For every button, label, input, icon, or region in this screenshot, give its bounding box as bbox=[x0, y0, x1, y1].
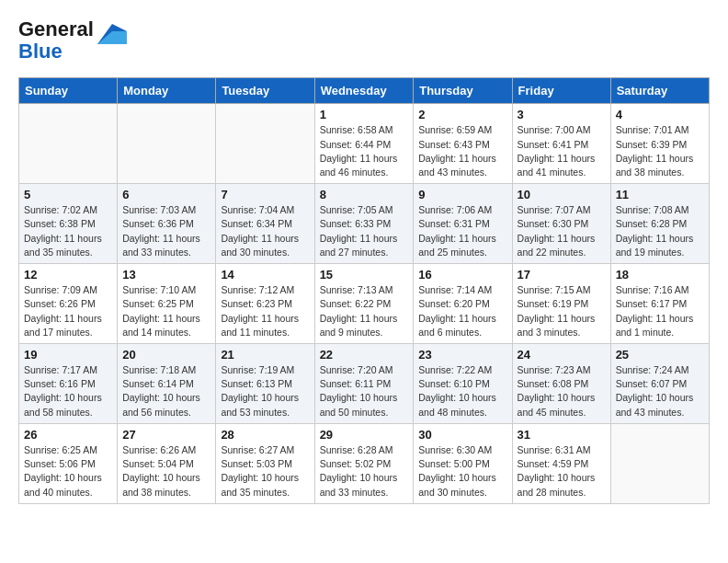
day-number: 25 bbox=[616, 348, 704, 362]
day-info: Sunrise: 7:14 AM Sunset: 6:20 PM Dayligh… bbox=[418, 283, 506, 339]
logo-icon bbox=[97, 24, 127, 44]
day-info: Sunrise: 7:16 AM Sunset: 6:17 PM Dayligh… bbox=[616, 283, 704, 339]
day-number: 24 bbox=[518, 348, 606, 362]
calendar-cell: 5Sunrise: 7:02 AM Sunset: 6:38 PM Daylig… bbox=[19, 184, 118, 264]
day-number: 12 bbox=[24, 268, 112, 282]
calendar-cell: 25Sunrise: 7:24 AM Sunset: 6:07 PM Dayli… bbox=[610, 344, 709, 424]
day-number: 9 bbox=[418, 188, 506, 201]
day-header-sunday: Sunday bbox=[19, 78, 118, 104]
day-header-thursday: Thursday bbox=[414, 78, 512, 104]
logo: General Blue bbox=[18, 18, 127, 63]
day-number: 11 bbox=[616, 188, 704, 201]
calendar-cell: 24Sunrise: 7:23 AM Sunset: 6:08 PM Dayli… bbox=[512, 344, 610, 424]
calendar-header-row: SundayMondayTuesdayWednesdayThursdayFrid… bbox=[19, 78, 710, 104]
day-info: Sunrise: 7:00 AM Sunset: 6:41 PM Dayligh… bbox=[518, 123, 606, 179]
calendar-cell: 27Sunrise: 6:26 AM Sunset: 5:04 PM Dayli… bbox=[118, 423, 216, 503]
logo-general: General bbox=[18, 17, 94, 40]
calendar-cell: 19Sunrise: 7:17 AM Sunset: 6:16 PM Dayli… bbox=[19, 344, 118, 424]
calendar-cell: 23Sunrise: 7:22 AM Sunset: 6:10 PM Dayli… bbox=[414, 344, 512, 424]
day-info: Sunrise: 7:08 AM Sunset: 6:28 PM Dayligh… bbox=[616, 203, 704, 259]
calendar-week-4: 19Sunrise: 7:17 AM Sunset: 6:16 PM Dayli… bbox=[19, 344, 710, 424]
day-number: 1 bbox=[320, 108, 409, 121]
day-number: 21 bbox=[221, 348, 309, 362]
day-info: Sunrise: 7:06 AM Sunset: 6:31 PM Dayligh… bbox=[418, 203, 506, 259]
day-number: 15 bbox=[320, 268, 409, 282]
day-number: 20 bbox=[122, 348, 210, 362]
day-number: 16 bbox=[418, 268, 506, 282]
day-number: 22 bbox=[320, 348, 409, 362]
day-number: 3 bbox=[518, 108, 606, 121]
calendar-cell: 4Sunrise: 7:01 AM Sunset: 6:39 PM Daylig… bbox=[610, 104, 709, 184]
calendar-cell: 12Sunrise: 7:09 AM Sunset: 6:26 PM Dayli… bbox=[19, 264, 118, 344]
day-info: Sunrise: 6:28 AM Sunset: 5:02 PM Dayligh… bbox=[320, 443, 409, 500]
calendar-cell bbox=[610, 423, 709, 503]
calendar-cell: 6Sunrise: 7:03 AM Sunset: 6:36 PM Daylig… bbox=[118, 184, 216, 264]
calendar-cell: 7Sunrise: 7:04 AM Sunset: 6:34 PM Daylig… bbox=[216, 184, 314, 264]
day-info: Sunrise: 7:17 AM Sunset: 6:16 PM Dayligh… bbox=[24, 363, 112, 419]
calendar-cell: 30Sunrise: 6:30 AM Sunset: 5:00 PM Dayli… bbox=[414, 423, 512, 503]
day-number: 28 bbox=[221, 428, 309, 442]
day-info: Sunrise: 7:02 AM Sunset: 6:38 PM Dayligh… bbox=[24, 203, 112, 259]
day-info: Sunrise: 6:59 AM Sunset: 6:43 PM Dayligh… bbox=[418, 123, 506, 179]
calendar-cell: 26Sunrise: 6:25 AM Sunset: 5:06 PM Dayli… bbox=[19, 423, 118, 503]
calendar-cell: 20Sunrise: 7:18 AM Sunset: 6:14 PM Dayli… bbox=[118, 344, 216, 424]
logo-blue: Blue bbox=[18, 40, 63, 63]
calendar-cell: 18Sunrise: 7:16 AM Sunset: 6:17 PM Dayli… bbox=[610, 264, 709, 344]
calendar-week-5: 26Sunrise: 6:25 AM Sunset: 5:06 PM Dayli… bbox=[19, 423, 710, 503]
calendar-cell: 8Sunrise: 7:05 AM Sunset: 6:33 PM Daylig… bbox=[314, 184, 414, 264]
day-info: Sunrise: 7:10 AM Sunset: 6:25 PM Dayligh… bbox=[122, 283, 210, 339]
calendar-cell: 15Sunrise: 7:13 AM Sunset: 6:22 PM Dayli… bbox=[314, 264, 414, 344]
day-number: 18 bbox=[616, 268, 704, 282]
calendar-cell: 3Sunrise: 7:00 AM Sunset: 6:41 PM Daylig… bbox=[512, 104, 610, 184]
day-number: 29 bbox=[320, 428, 409, 442]
calendar-cell bbox=[118, 104, 216, 184]
calendar-cell: 17Sunrise: 7:15 AM Sunset: 6:19 PM Dayli… bbox=[512, 264, 610, 344]
calendar-cell: 11Sunrise: 7:08 AM Sunset: 6:28 PM Dayli… bbox=[610, 184, 709, 264]
calendar-cell: 9Sunrise: 7:06 AM Sunset: 6:31 PM Daylig… bbox=[414, 184, 512, 264]
day-number: 4 bbox=[616, 108, 704, 121]
calendar-cell: 14Sunrise: 7:12 AM Sunset: 6:23 PM Dayli… bbox=[216, 264, 314, 344]
day-info: Sunrise: 6:58 AM Sunset: 6:44 PM Dayligh… bbox=[320, 123, 409, 179]
day-info: Sunrise: 7:19 AM Sunset: 6:13 PM Dayligh… bbox=[221, 363, 309, 419]
calendar-cell: 31Sunrise: 6:31 AM Sunset: 4:59 PM Dayli… bbox=[512, 423, 610, 503]
day-number: 13 bbox=[122, 268, 210, 282]
calendar-cell: 1Sunrise: 6:58 AM Sunset: 6:44 PM Daylig… bbox=[314, 104, 414, 184]
day-number: 27 bbox=[122, 428, 210, 442]
day-info: Sunrise: 7:13 AM Sunset: 6:22 PM Dayligh… bbox=[320, 283, 409, 339]
calendar-cell bbox=[216, 104, 314, 184]
day-header-saturday: Saturday bbox=[610, 78, 709, 104]
day-number: 8 bbox=[320, 188, 409, 201]
page-header: General Blue bbox=[18, 18, 710, 63]
svg-marker-1 bbox=[97, 31, 127, 44]
calendar-week-1: 1Sunrise: 6:58 AM Sunset: 6:44 PM Daylig… bbox=[19, 104, 710, 184]
day-number: 7 bbox=[221, 188, 309, 201]
day-number: 2 bbox=[418, 108, 506, 121]
day-info: Sunrise: 7:20 AM Sunset: 6:11 PM Dayligh… bbox=[320, 363, 409, 419]
calendar-week-3: 12Sunrise: 7:09 AM Sunset: 6:26 PM Dayli… bbox=[19, 264, 710, 344]
day-info: Sunrise: 6:25 AM Sunset: 5:06 PM Dayligh… bbox=[24, 443, 112, 500]
day-info: Sunrise: 7:15 AM Sunset: 6:19 PM Dayligh… bbox=[518, 283, 606, 339]
calendar-week-2: 5Sunrise: 7:02 AM Sunset: 6:38 PM Daylig… bbox=[19, 184, 710, 264]
day-number: 23 bbox=[418, 348, 506, 362]
day-header-monday: Monday bbox=[118, 78, 216, 104]
day-number: 5 bbox=[24, 188, 112, 201]
day-info: Sunrise: 7:23 AM Sunset: 6:08 PM Dayligh… bbox=[518, 363, 606, 419]
day-number: 19 bbox=[24, 348, 112, 362]
day-info: Sunrise: 7:03 AM Sunset: 6:36 PM Dayligh… bbox=[122, 203, 210, 259]
calendar-cell: 22Sunrise: 7:20 AM Sunset: 6:11 PM Dayli… bbox=[314, 344, 414, 424]
day-number: 26 bbox=[24, 428, 112, 442]
day-info: Sunrise: 6:31 AM Sunset: 4:59 PM Dayligh… bbox=[518, 443, 606, 500]
calendar-cell bbox=[19, 104, 118, 184]
day-info: Sunrise: 6:26 AM Sunset: 5:04 PM Dayligh… bbox=[122, 443, 210, 500]
calendar-cell: 13Sunrise: 7:10 AM Sunset: 6:25 PM Dayli… bbox=[118, 264, 216, 344]
calendar-cell: 29Sunrise: 6:28 AM Sunset: 5:02 PM Dayli… bbox=[314, 423, 414, 503]
calendar-cell: 16Sunrise: 7:14 AM Sunset: 6:20 PM Dayli… bbox=[414, 264, 512, 344]
day-header-wednesday: Wednesday bbox=[314, 78, 414, 104]
day-number: 6 bbox=[122, 188, 210, 201]
day-info: Sunrise: 7:18 AM Sunset: 6:14 PM Dayligh… bbox=[122, 363, 210, 419]
calendar-cell: 21Sunrise: 7:19 AM Sunset: 6:13 PM Dayli… bbox=[216, 344, 314, 424]
calendar-cell: 10Sunrise: 7:07 AM Sunset: 6:30 PM Dayli… bbox=[512, 184, 610, 264]
calendar-cell: 2Sunrise: 6:59 AM Sunset: 6:43 PM Daylig… bbox=[414, 104, 512, 184]
day-header-tuesday: Tuesday bbox=[216, 78, 314, 104]
day-info: Sunrise: 7:09 AM Sunset: 6:26 PM Dayligh… bbox=[24, 283, 112, 339]
